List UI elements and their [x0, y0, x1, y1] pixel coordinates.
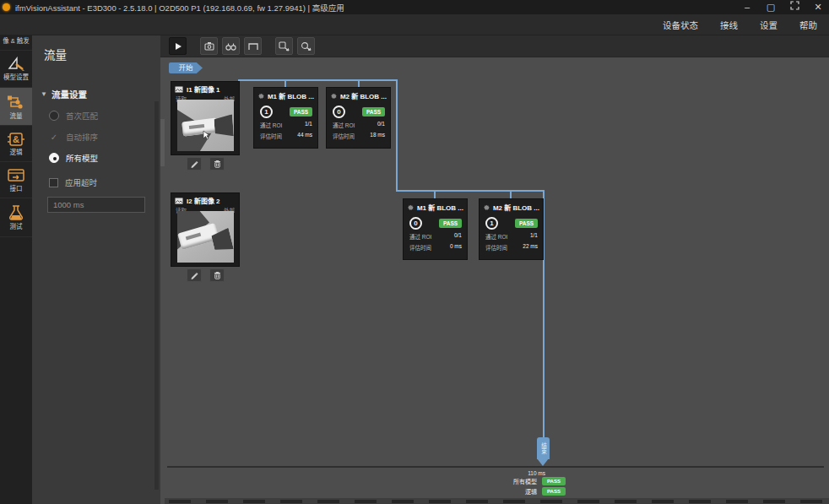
add-model-button[interactable]: [275, 37, 293, 55]
blob-icon: [484, 203, 490, 212]
option-first-match[interactable]: 首次匹配: [49, 110, 160, 122]
sidebar-item-label: 测试: [10, 224, 23, 230]
image-card-title: I2 新图像 2: [187, 196, 220, 205]
delete-button[interactable]: [209, 157, 225, 171]
blob-icon: [258, 91, 264, 100]
flow-icon: [6, 94, 26, 111]
sidebar-item-label: 流量: [10, 113, 23, 120]
maximize-button[interactable]: ▢: [765, 1, 777, 13]
blob-icon: [408, 203, 414, 212]
filmstrip-frames: [169, 500, 823, 503]
blob-icon: [331, 91, 337, 100]
delete-button[interactable]: [209, 268, 225, 282]
panel-scrollbar[interactable]: [154, 101, 159, 490]
menu-wiring[interactable]: 接线: [720, 19, 738, 31]
gate-button[interactable]: [244, 37, 262, 55]
close-button[interactable]: ✕: [812, 1, 824, 13]
count-badge: 1: [260, 106, 273, 118]
image-thumbnail[interactable]: [177, 100, 234, 151]
option-label: 自动排序: [66, 131, 98, 143]
time-value: 0 ms: [450, 243, 462, 252]
option-all-models[interactable]: 所有模型: [49, 152, 160, 164]
snapshot-button[interactable]: [200, 37, 218, 55]
image-card-i2-actions: [187, 268, 225, 282]
radio-icon[interactable]: [49, 111, 59, 121]
edit-button[interactable]: [187, 268, 202, 282]
roi-arrow-icon: [301, 41, 312, 51]
sidebar-item-label: 逻辑: [10, 149, 23, 156]
menubar: 设备状态 接线 设置 帮助: [0, 14, 829, 35]
sidebar-item-logic[interactable]: & 逻辑: [0, 126, 32, 162]
section-label: 流量设置: [51, 88, 87, 100]
radio-checked-icon[interactable]: [49, 153, 59, 163]
model-card-m2-bottom[interactable]: M2 新 BLOB ... 1 PASS 通过 ROI1/1 评估时间22 ms: [479, 198, 544, 260]
model-card-m2-top[interactable]: M2 新 BLOB ... 0 PASS 通过 ROI0/1 评估时间18 ms: [326, 87, 391, 149]
image-icon: [175, 86, 183, 93]
app-logo-icon: [3, 3, 10, 11]
sidebar-item-flow[interactable]: 流量: [0, 88, 32, 126]
status-badge: PASS: [515, 219, 538, 228]
option-label: 所有模型: [66, 152, 98, 164]
time-value: 44 ms: [297, 132, 312, 140]
flow-canvas[interactable]: 开始 I1 新图像 1 读取 外部: [160, 57, 829, 504]
sidebar-item-interface[interactable]: 接口: [0, 162, 32, 198]
interface-icon: [7, 168, 25, 183]
timeout-input[interactable]: [47, 197, 145, 213]
play-icon: [174, 42, 182, 51]
status-badge: PASS: [439, 219, 462, 228]
connector-line: [396, 190, 545, 192]
connector-line: [358, 79, 360, 87]
model-card-m1-bottom[interactable]: M1 新 BLOB ... 0 PASS 通过 ROI0/1 评估时间0 ms: [403, 198, 468, 260]
summary-status-badge: PASS: [542, 477, 566, 485]
panel-title: 流量: [32, 35, 160, 62]
menu-settings[interactable]: 设置: [760, 19, 778, 31]
count-badge: 1: [485, 217, 498, 230]
checkbox-icon[interactable]: [49, 178, 58, 187]
time-label: 评估时间: [485, 243, 507, 252]
svg-text:&: &: [13, 134, 19, 144]
menu-device-status[interactable]: 设备状态: [663, 19, 698, 31]
sidebar-item-test[interactable]: 测试: [0, 198, 32, 236]
model-card-m1-top[interactable]: M1 新 BLOB ... 1 PASS 通过 ROI1/1 评估时间44 ms: [253, 87, 318, 149]
models-view-button[interactable]: [222, 37, 240, 55]
option-apply-timeout[interactable]: 应用超时: [49, 176, 160, 188]
edit-button[interactable]: [187, 157, 202, 171]
bottom-filmstrip[interactable]: [165, 498, 829, 504]
image-card-i1-actions: [187, 157, 225, 171]
image-thumbnail[interactable]: [177, 211, 234, 263]
roi-label: 通过 ROI: [485, 232, 507, 241]
camera-small-icon: [204, 41, 214, 51]
time-value: 22 ms: [523, 243, 538, 252]
binoculars-icon: [225, 42, 236, 51]
trash-icon: [214, 160, 221, 168]
count-badge: 0: [333, 106, 345, 118]
sidebar-item-model-settings[interactable]: 模型设置: [0, 51, 32, 87]
status-badge: PASS: [290, 107, 312, 117]
summary-status-badge: PASS: [542, 487, 566, 496]
summary-row-logic: 逻辑 PASS: [439, 487, 566, 496]
add-roi-button[interactable]: [297, 37, 315, 55]
connector-line: [284, 79, 286, 87]
time-label: 评估时间: [260, 132, 282, 140]
connector-line: [238, 79, 398, 81]
app-window: ifmVisionAssistant - E3D300 - 2.5.18.0 |…: [0, 0, 829, 504]
time-label: 评估时间: [409, 243, 431, 252]
flow-settings-section-header[interactable]: ▼ 流量设置: [41, 88, 160, 100]
menu-help[interactable]: 帮助: [799, 19, 817, 31]
image-card-i2[interactable]: I2 新图像 2 读取 外部: [171, 192, 240, 267]
arrow-down-icon: [537, 458, 549, 466]
roi-value: 0/1: [377, 121, 385, 129]
timeline-axis: [167, 466, 824, 468]
image-card-i1[interactable]: I1 新图像 1 读取 外部: [171, 81, 240, 155]
option-sorted[interactable]: ✓ 自动排序: [49, 131, 160, 143]
block-arrow-icon: [279, 41, 290, 51]
total-time: 110 ms: [488, 470, 545, 476]
roi-label: 通过 ROI: [409, 232, 431, 241]
roi-value: 0/1: [454, 232, 462, 241]
fullscreen-button[interactable]: [788, 1, 800, 13]
end-node: 结束: [537, 437, 550, 466]
sidebar-item-label: 像 & 触发: [3, 38, 30, 45]
play-button[interactable]: [169, 37, 187, 55]
minimize-button[interactable]: –: [741, 1, 753, 13]
roi-value: 1/1: [530, 232, 538, 241]
